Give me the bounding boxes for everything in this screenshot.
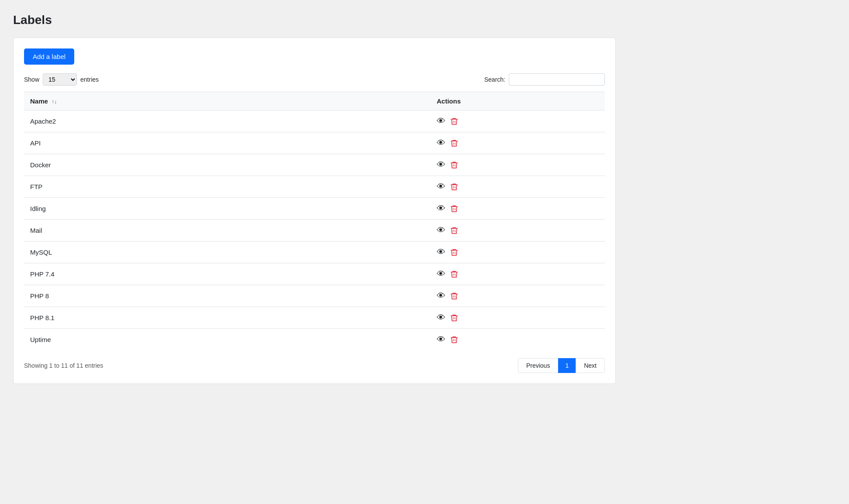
entries-select[interactable]: 10 15 25 50 100	[43, 73, 77, 86]
delete-button[interactable]	[450, 314, 459, 322]
actions-cell: 👁	[431, 132, 605, 154]
table-row: Idling 👁	[24, 198, 605, 220]
actions-cell: 👁	[431, 285, 605, 307]
actions-cell: 👁	[431, 198, 605, 220]
view-button[interactable]: 👁	[437, 182, 445, 192]
previous-button[interactable]: Previous	[518, 358, 558, 373]
add-label-button[interactable]: Add a label	[24, 48, 74, 65]
eye-icon: 👁	[437, 182, 445, 192]
delete-button[interactable]	[450, 292, 459, 300]
table-row: Apache2 👁	[24, 110, 605, 132]
actions-cell: 👁	[431, 220, 605, 242]
delete-button[interactable]	[450, 248, 459, 257]
svg-rect-11	[455, 230, 455, 232]
view-button[interactable]: 👁	[437, 204, 445, 214]
svg-rect-8	[453, 208, 454, 210]
label-name: FTP	[24, 176, 431, 198]
showing-text: Showing 1 to 11 of 11 entries	[24, 362, 103, 369]
eye-icon: 👁	[437, 160, 445, 170]
label-name: PHP 8	[24, 285, 431, 307]
svg-rect-16	[453, 295, 454, 297]
label-name: Uptime	[24, 329, 431, 351]
labels-table: Name ↑↓ Actions Apache2 👁	[24, 92, 605, 350]
eye-icon: 👁	[437, 204, 445, 214]
controls-row: Show 10 15 25 50 100 entries Search:	[24, 73, 605, 86]
view-button[interactable]: 👁	[437, 116, 445, 126]
delete-button[interactable]	[450, 204, 459, 213]
eye-icon: 👁	[437, 225, 445, 235]
view-button[interactable]: 👁	[437, 138, 445, 148]
table-header: Name ↑↓ Actions	[24, 92, 605, 110]
page-1-button[interactable]: 1	[558, 358, 576, 373]
delete-button[interactable]	[450, 226, 459, 235]
view-button[interactable]: 👁	[437, 247, 445, 257]
view-button[interactable]: 👁	[437, 269, 445, 279]
table-row: PHP 7.4 👁	[24, 263, 605, 285]
delete-button[interactable]	[450, 270, 459, 279]
view-button[interactable]: 👁	[437, 291, 445, 301]
trash-icon	[450, 183, 459, 191]
delete-button[interactable]	[450, 117, 459, 126]
eye-icon: 👁	[437, 291, 445, 301]
table-row: FTP 👁	[24, 176, 605, 198]
search-label: Search:	[484, 76, 505, 83]
svg-rect-17	[455, 295, 455, 297]
trash-icon	[450, 161, 459, 169]
label-name: Idling	[24, 198, 431, 220]
trash-icon	[450, 292, 459, 300]
label-name: PHP 7.4	[24, 263, 431, 285]
svg-rect-9	[455, 208, 455, 210]
trash-icon	[450, 314, 459, 322]
label-name: Apache2	[24, 110, 431, 132]
delete-button[interactable]	[450, 335, 459, 344]
label-name: Docker	[24, 154, 431, 176]
trash-icon	[450, 117, 459, 126]
trash-icon	[450, 139, 459, 148]
search-input[interactable]	[509, 73, 605, 86]
svg-rect-13	[455, 252, 455, 254]
main-card: Add a label Show 10 15 25 50 100 entries…	[13, 38, 616, 384]
actions-cell: 👁	[431, 242, 605, 263]
actions-cell: 👁	[431, 329, 605, 351]
trash-icon	[450, 248, 459, 257]
svg-rect-4	[453, 164, 454, 166]
actions-cell: 👁	[431, 154, 605, 176]
delete-button[interactable]	[450, 161, 459, 169]
svg-rect-21	[455, 339, 455, 341]
view-button[interactable]: 👁	[437, 225, 445, 235]
sort-icon[interactable]: ↑↓	[52, 99, 57, 105]
next-button[interactable]: Next	[576, 358, 605, 373]
svg-rect-6	[453, 186, 454, 188]
actions-cell: 👁	[431, 110, 605, 132]
svg-rect-2	[453, 142, 454, 145]
actions-cell: 👁	[431, 307, 605, 329]
view-button[interactable]: 👁	[437, 160, 445, 170]
table-row: API 👁	[24, 132, 605, 154]
column-actions: Actions	[431, 92, 605, 110]
label-name: PHP 8.1	[24, 307, 431, 329]
trash-icon	[450, 226, 459, 235]
svg-rect-5	[455, 164, 455, 166]
actions-cell: 👁	[431, 176, 605, 198]
actions-cell: 👁	[431, 263, 605, 285]
label-name: Mail	[24, 220, 431, 242]
svg-rect-12	[453, 252, 454, 254]
svg-rect-14	[453, 273, 454, 276]
svg-rect-1	[455, 121, 455, 123]
trash-icon	[450, 204, 459, 213]
show-label: Show	[24, 76, 39, 83]
svg-rect-7	[455, 186, 455, 188]
view-button[interactable]: 👁	[437, 335, 445, 345]
trash-icon	[450, 335, 459, 344]
eye-icon: 👁	[437, 116, 445, 126]
view-button[interactable]: 👁	[437, 313, 445, 323]
delete-button[interactable]	[450, 183, 459, 191]
svg-rect-19	[455, 317, 455, 319]
eye-icon: 👁	[437, 138, 445, 148]
delete-button[interactable]	[450, 139, 459, 148]
label-name: API	[24, 132, 431, 154]
table-row: PHP 8 👁	[24, 285, 605, 307]
trash-icon	[450, 270, 459, 279]
page-title: Labels	[13, 13, 836, 27]
eye-icon: 👁	[437, 269, 445, 279]
